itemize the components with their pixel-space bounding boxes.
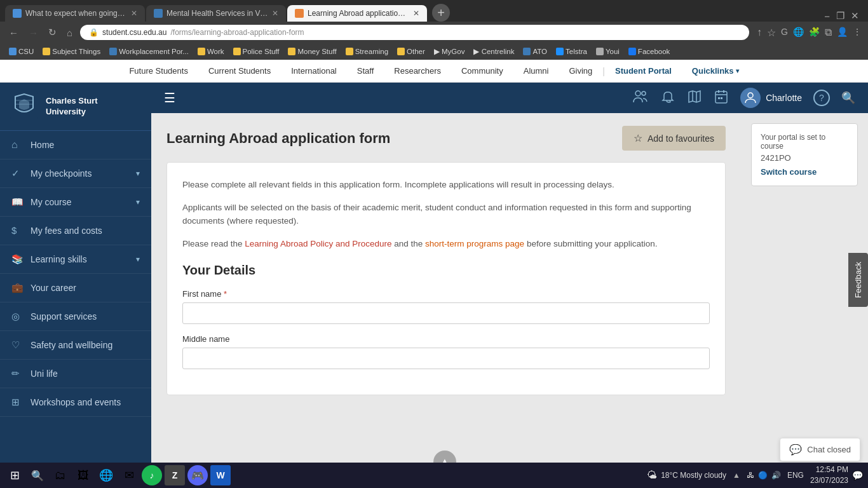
- taskbar-spotify[interactable]: ♪: [142, 465, 162, 485]
- home-nav-button[interactable]: ⌂: [64, 26, 75, 39]
- sidebar-unilife[interactable]: ✏ Uni life: [0, 360, 151, 388]
- help-button[interactable]: ?: [813, 90, 830, 106]
- start-button[interactable]: ⊞: [5, 466, 25, 485]
- address-bar[interactable]: 🔒 student.csu.edu.au /forms/learning-abr…: [80, 25, 749, 40]
- bookmark-subject[interactable]: Subject Things: [39, 47, 104, 56]
- taskbar-time-date: 12:54 PM 23/07/2023: [810, 464, 848, 486]
- dollar-icon: $: [11, 225, 23, 236]
- notifications-icon[interactable]: [660, 89, 675, 107]
- taskbar-word[interactable]: W: [210, 465, 231, 485]
- topnav-giving[interactable]: Giving: [559, 60, 602, 82]
- tab2-close[interactable]: ✕: [272, 9, 278, 18]
- sidebar-support[interactable]: ◎ Support services: [0, 302, 151, 331]
- bookmark-youi[interactable]: Youi: [592, 47, 623, 56]
- taskbar-chrome[interactable]: 🌐: [96, 465, 116, 485]
- sidebar-fees[interactable]: $ My fees and costs: [0, 217, 151, 245]
- extension-icon-g[interactable]: G: [781, 27, 788, 39]
- chat-closed-widget[interactable]: 💬 Chat closed: [780, 438, 860, 461]
- topnav-researchers[interactable]: Researchers: [384, 60, 451, 82]
- profile-icon[interactable]: 👤: [837, 27, 848, 39]
- forward-button[interactable]: →: [26, 26, 41, 39]
- sidebar-safety[interactable]: ♡ Safety and wellbeing: [0, 331, 151, 360]
- intro-text-1: Please complete all relevant fields in t…: [182, 178, 710, 192]
- taskbar-app-z[interactable]: Z: [165, 465, 185, 485]
- back-button[interactable]: ←: [6, 26, 21, 39]
- bookmark-csu[interactable]: CSU: [5, 47, 37, 56]
- menu-button[interactable]: ⋮: [853, 27, 862, 39]
- learning-abroad-policy-link[interactable]: Learning Abroad Policy and Procedure: [245, 239, 391, 248]
- sidebar-course[interactable]: 📖 My course ▾: [0, 188, 151, 217]
- bookmark-money[interactable]: Money Stuff: [284, 47, 340, 56]
- address-path: /forms/learning-abroad-application-form: [170, 28, 304, 37]
- bookmark-streaming[interactable]: Streaming: [342, 47, 392, 56]
- topnav-student-portal[interactable]: Student Portal: [605, 60, 682, 82]
- hamburger-menu-button[interactable]: ☰: [164, 90, 175, 105]
- taskbar-photos[interactable]: 🖼: [73, 465, 93, 485]
- bookmark-ato[interactable]: ATO: [519, 47, 551, 56]
- sidebar-learning-label: Learning skills: [31, 254, 87, 264]
- extension-icon-3[interactable]: 🧩: [809, 27, 820, 39]
- topnav-staff[interactable]: Staff: [347, 60, 384, 82]
- bookmark-mygov[interactable]: ▶ MyGov: [430, 46, 469, 57]
- site-topnav: Future Students Current Students Interna…: [0, 60, 868, 83]
- minimize-button[interactable]: −: [824, 11, 830, 22]
- sidebar-home[interactable]: ⌂ Home: [0, 131, 151, 159]
- topnav-current-students[interactable]: Current Students: [198, 60, 281, 82]
- form-card: Please complete all relevant fields in t…: [166, 162, 726, 395]
- middle-name-label: Middle name: [182, 334, 710, 344]
- bookmark-centrelink[interactable]: ▶ Centrelink: [470, 46, 518, 57]
- taskbar-mail[interactable]: ✉: [119, 465, 139, 485]
- map-icon[interactable]: [687, 89, 702, 107]
- people-icon[interactable]: [632, 88, 649, 108]
- first-name-label: First name *: [182, 289, 710, 299]
- new-tab-button[interactable]: +: [432, 4, 450, 22]
- bookmark-telstra[interactable]: Telstra: [552, 47, 591, 56]
- topnav-community[interactable]: Community: [451, 60, 513, 82]
- split-view-icon[interactable]: ⧉: [825, 27, 832, 39]
- add-to-favourites-button[interactable]: ☆ Add to favourites: [622, 126, 726, 151]
- short-term-programs-link[interactable]: short-term programs page: [425, 239, 524, 248]
- svg-point-13: [748, 93, 753, 98]
- bookmark-other[interactable]: Other: [393, 47, 429, 56]
- tab3-close[interactable]: ✕: [413, 9, 419, 18]
- taskbar-discord[interactable]: 🎮: [187, 465, 208, 485]
- bookmark-facebook[interactable]: Facebook: [625, 47, 674, 56]
- topnav-international[interactable]: International: [281, 60, 347, 82]
- calendar-icon[interactable]: [714, 89, 729, 107]
- taskbar-search-icon[interactable]: 🔍: [27, 468, 48, 483]
- course-box: Your portal is set to course 2421PO Swit…: [751, 123, 858, 186]
- bookmark-star-icon[interactable]: ☆: [767, 27, 776, 39]
- sidebar-learning[interactable]: 📚 Learning skills ▾: [0, 245, 151, 274]
- sidebar-checkpoints[interactable]: ✓ My checkpoints ▾: [0, 159, 151, 188]
- book-icon: 📖: [11, 196, 23, 208]
- svg-rect-11: [718, 97, 720, 99]
- search-button[interactable]: 🔍: [841, 91, 855, 105]
- intro-text-3: Please read the Learning Abroad Policy a…: [182, 237, 710, 251]
- tab1-close[interactable]: ✕: [131, 9, 137, 18]
- tray-icons: ▲: [730, 471, 743, 480]
- close-button[interactable]: ✕: [851, 10, 859, 22]
- feedback-tab[interactable]: Feedback: [848, 253, 868, 307]
- notifications-tray-icon[interactable]: 💬: [852, 470, 863, 480]
- tab-3[interactable]: Learning Abroad application form ✕: [287, 5, 427, 22]
- bookmark-police[interactable]: Police Stuff: [229, 47, 283, 56]
- sidebar-workshops[interactable]: ⊞ Workshops and events: [0, 388, 151, 417]
- tab-2[interactable]: Mental Health Services in Vietna... ✕: [146, 5, 286, 22]
- topnav-alumni[interactable]: Alumni: [513, 60, 559, 82]
- reload-button[interactable]: ↻: [46, 25, 59, 39]
- sidebar-career[interactable]: 💼 Your career: [0, 274, 151, 302]
- svg-rect-12: [721, 97, 722, 99]
- user-profile[interactable]: Charlotte: [740, 88, 802, 108]
- taskbar-file-explorer[interactable]: 🗂: [50, 465, 71, 485]
- extension-icon-2[interactable]: 🌐: [793, 27, 804, 39]
- bookmark-work[interactable]: Work: [194, 47, 228, 56]
- share-icon[interactable]: ↑: [757, 27, 762, 39]
- topnav-future-students[interactable]: Future Students: [119, 60, 198, 82]
- bookmark-workplacement[interactable]: Workplacement Por...: [105, 47, 193, 56]
- switch-course-link[interactable]: Switch course: [761, 167, 817, 177]
- middle-name-input[interactable]: [182, 348, 710, 369]
- tab-1[interactable]: What to expect when going to a... ✕: [5, 5, 145, 22]
- topnav-quicklinks[interactable]: Quicklinks ▾: [682, 60, 749, 82]
- restore-button[interactable]: ❐: [836, 10, 844, 22]
- first-name-input[interactable]: [182, 302, 710, 324]
